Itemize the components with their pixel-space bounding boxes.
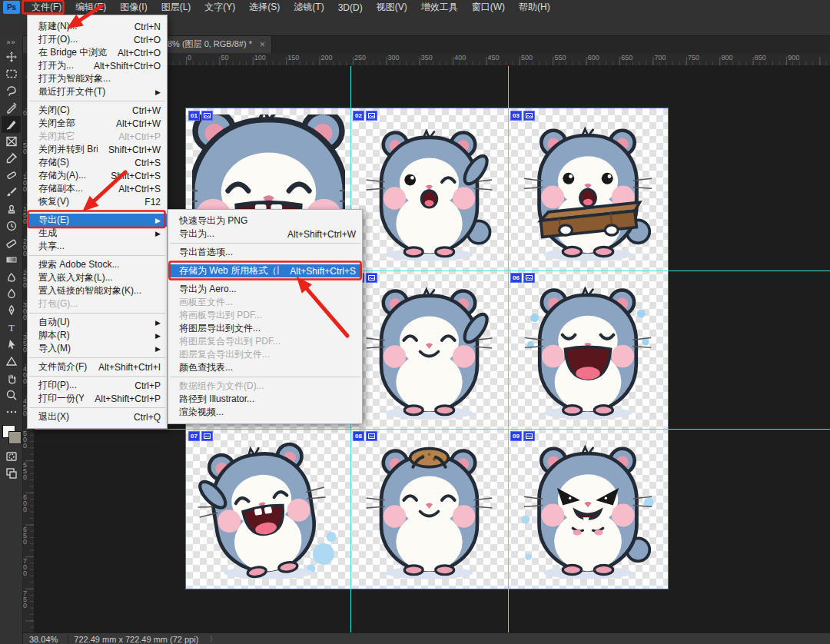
toolbar-expand-icon[interactable]: »» [6,35,15,48]
h-ruler-label: 500 [521,54,533,61]
type-tool-icon[interactable]: T [2,319,21,336]
export-submenu-item-存储为 Web 所用格式（旧版）...[interactable]: 存储为 Web 所用格式（旧版）...Alt+Shift+Ctrl+S [168,264,362,277]
export-submenu-item-画板至文件...[interactable]: 画板至文件... [168,296,362,309]
file-menu-item-自动(U)[interactable]: 自动(U)▶ [28,316,167,329]
file-menu-item-打包(G)...[interactable]: 打包(G)... [28,297,167,310]
menubar-item-图像(I)[interactable]: 图像(I) [113,0,154,15]
zoom-level-field[interactable]: 38.04% [22,635,62,644]
menu-item-label: 导出(E) [38,214,149,227]
file-menu-item-置入链接的智能对象(K)...[interactable]: 置入链接的智能对象(K)... [28,284,167,297]
file-menu-item-文件简介(F)...[interactable]: 文件简介(F)...Alt+Shift+Ctrl+I [28,360,167,373]
guide-horizontal-2[interactable] [34,429,830,430]
menubar-item-文字(Y)[interactable]: 文字(Y) [198,0,242,15]
menubar-item-窗口(W)[interactable]: 窗口(W) [465,0,512,15]
shape-tool-icon[interactable] [2,353,21,370]
file-menu-item-存储(S)[interactable]: 存储(S)Ctrl+S [28,156,167,169]
file-menu-item-共享...[interactable]: 共享... [28,240,167,253]
menubar-item-视图(V)[interactable]: 视图(V) [370,0,414,15]
file-menu-item-打开(O)...[interactable]: 打开(O)...Ctrl+O [28,33,167,46]
file-menu-item-搜索 Adobe Stock...[interactable]: 搜索 Adobe Stock... [28,258,167,271]
blur-tool-icon[interactable] [2,285,21,302]
slice-tool-icon[interactable] [2,116,21,133]
export-submenu-item-图层复合导出到文件...[interactable]: 图层复合导出到文件... [168,348,362,361]
file-menu-item-导出(E)[interactable]: 导出(E)▶ [28,214,167,227]
tab-close-icon[interactable]: × [252,39,271,50]
menubar-item-帮助(H)[interactable]: 帮助(H) [512,0,557,15]
v-ruler-label: 500 [23,430,28,449]
menubar-item-增效工具[interactable]: 增效工具 [414,0,465,15]
file-menu-item-打印(P)...[interactable]: 打印(P)...Ctrl+P [28,379,167,392]
pen-tool-icon[interactable] [2,302,21,319]
healing-tool-icon[interactable] [2,167,21,184]
file-menu-item-关闭并转到 Bridge...[interactable]: 关闭并转到 Bridge...Shift+Ctrl+W [28,143,167,156]
slice-badge-03[interactable]: 03 [510,111,535,121]
export-submenu-item-导出首选项...[interactable]: 导出首选项... [168,246,362,259]
export-submenu-item-导出为 Aero...[interactable]: 导出为 Aero... [168,283,362,296]
slice-badge-08[interactable]: 08 [353,431,377,441]
file-menu-item-退出(X)[interactable]: 退出(X)Ctrl+Q [28,410,167,423]
menubar-item-编辑(E)[interactable]: 编辑(E) [68,0,113,15]
export-submenu-item-导出为...[interactable]: 导出为...Alt+Shift+Ctrl+W [168,227,362,241]
edit-toolbar-tool-icon[interactable] [2,403,21,420]
screen-mode-icon[interactable] [2,465,21,482]
file-menu-item-导入(M)[interactable]: 导入(M)▶ [28,342,167,355]
export-submenu-item-路径到 Illustrator...[interactable]: 路径到 Illustrator... [168,393,362,406]
marquee-tool-icon[interactable] [2,65,21,82]
zoom-tool-icon[interactable] [2,387,21,403]
guide-vertical-2[interactable] [508,65,509,632]
export-submenu-item-将画板导出到 PDF...[interactable]: 将画板导出到 PDF... [168,309,362,322]
smudge-tool-icon[interactable] [2,268,21,285]
menubar-item-文件(F)[interactable]: 文件(F) [25,0,68,15]
file-menu-item-存储为(A)...[interactable]: 存储为(A)...Shift+Ctrl+S [28,169,167,182]
object-select-tool-icon[interactable] [2,99,21,116]
slice-badge-02[interactable]: 02 [353,111,377,121]
slice-badge-09[interactable]: 09 [510,431,535,441]
eyedropper-tool-icon[interactable] [2,150,21,167]
file-menu-item-置入嵌入对象(L)...[interactable]: 置入嵌入对象(L)... [28,271,167,284]
quick-mask-icon[interactable] [2,448,21,465]
brush-tool-icon[interactable] [2,184,21,201]
export-submenu-item-快速导出为 PNG[interactable]: 快速导出为 PNG [168,214,362,227]
frame-tool-icon[interactable] [2,133,21,150]
slice-badge-06[interactable]: 06 [510,273,535,283]
slice-badge-07[interactable]: 07 [188,431,213,441]
move-tool-icon[interactable] [2,48,21,65]
file-menu-item-打开为智能对象...[interactable]: 打开为智能对象... [28,72,167,85]
menubar-item-图层(L)[interactable]: 图层(L) [154,0,198,15]
export-submenu-item-渲染视频...[interactable]: 渲染视频... [168,406,362,419]
clone-stamp-tool-icon[interactable] [2,201,21,217]
file-menu-item-脚本(R)[interactable]: 脚本(R)▶ [28,329,167,342]
file-menu-item-恢复(V)[interactable]: 恢复(V)F12 [28,195,167,208]
menubar-item-选择(S)[interactable]: 选择(S) [242,0,287,15]
lasso-tool-icon[interactable] [2,82,21,99]
file-menu-item-最近打开文件(T)[interactable]: 最近打开文件(T)▶ [28,85,167,98]
export-submenu-item-将图层复合导出到 PDF...[interactable]: 将图层复合导出到 PDF... [168,335,362,348]
menubar-item-滤镜(T)[interactable]: 滤镜(T) [287,0,330,15]
file-menu-item-存储副本...[interactable]: 存储副本...Alt+Ctrl+S [28,182,167,195]
color-swatches[interactable] [2,425,21,445]
history-brush-tool-icon[interactable] [2,217,21,234]
gradient-tool-icon[interactable] [2,251,21,268]
menu-item-label: 打印一份(Y) [38,392,84,405]
file-menu-item-关闭全部[interactable]: 关闭全部Alt+Ctrl+W [28,117,167,130]
file-menu-item-生成[interactable]: 生成▶ [28,227,167,240]
file-menu-item-打印一份(Y)[interactable]: 打印一份(Y)Alt+Shift+Ctrl+P [28,392,167,405]
slice-badge-01[interactable]: 01 [188,111,213,121]
export-submenu-item-数据组作为文件(D)...[interactable]: 数据组作为文件(D)... [168,380,362,393]
menubar-item-3D(D)[interactable]: 3D(D) [331,0,370,15]
menu-item-label: 置入嵌入对象(L)... [38,271,161,284]
file-menu-item-关闭(C)[interactable]: 关闭(C)Ctrl+W [28,104,167,117]
file-menu-item-打开为...[interactable]: 打开为...Alt+Shift+Ctrl+O [28,59,167,72]
file-menu-item-在 Bridge 中浏览(B)...[interactable]: 在 Bridge 中浏览(B)...Alt+Ctrl+O [28,46,167,59]
eraser-tool-icon[interactable] [2,234,21,251]
hand-tool-icon[interactable] [2,370,21,387]
h-ruler-label: 600 [588,54,599,61]
path-select-tool-icon[interactable] [2,336,21,353]
export-submenu-item-颜色查找表...[interactable]: 颜色查找表... [168,361,362,374]
status-chevron-icon[interactable]: 〉 [209,634,217,644]
background-color-swatch[interactable] [8,431,22,444]
file-menu-item-新建(N)...[interactable]: 新建(N)...Ctrl+N [28,20,167,33]
menu-item-shortcut: Alt+Shift+Ctrl+I [98,362,161,373]
file-menu-item-关闭其它[interactable]: 关闭其它Alt+Ctrl+P [28,130,167,143]
export-submenu-item-将图层导出到文件...[interactable]: 将图层导出到文件... [168,322,362,335]
